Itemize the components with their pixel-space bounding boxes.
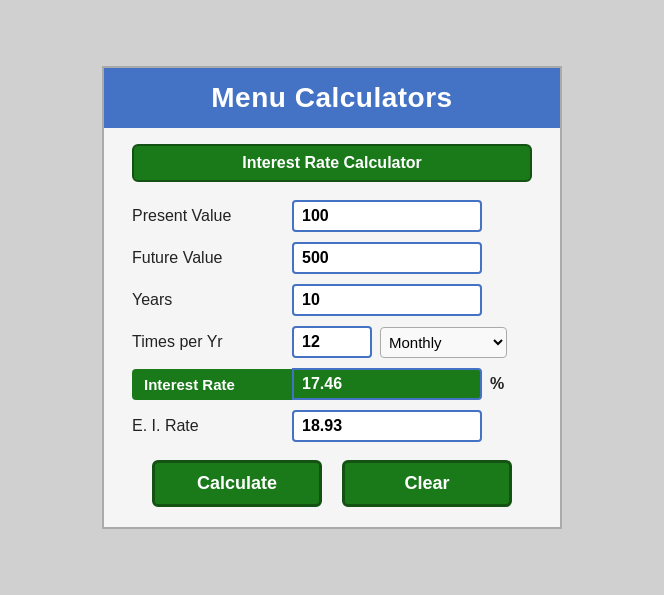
ei-rate-label: E. I. Rate (132, 417, 292, 435)
ei-rate-input[interactable] (292, 410, 482, 442)
years-input[interactable] (292, 284, 482, 316)
present-value-label: Present Value (132, 207, 292, 225)
times-per-yr-input[interactable] (292, 326, 372, 358)
percent-symbol: % (490, 375, 504, 393)
calculator-body: Interest Rate Calculator Present Value F… (104, 128, 560, 527)
present-value-input[interactable] (292, 200, 482, 232)
present-value-row: Present Value (132, 200, 532, 232)
section-header: Interest Rate Calculator (132, 144, 532, 182)
buttons-row: Calculate Clear (132, 460, 532, 507)
future-value-input[interactable] (292, 242, 482, 274)
calculator-container: Menu Calculators Interest Rate Calculato… (102, 66, 562, 529)
interest-rate-label: Interest Rate (132, 369, 292, 400)
calculate-button[interactable]: Calculate (152, 460, 322, 507)
interest-rate-row: Interest Rate % (132, 368, 532, 400)
years-label: Years (132, 291, 292, 309)
times-row-inputs: Daily Weekly Monthly Quarterly Semi-Annu… (292, 326, 507, 358)
header-title: Menu Calculators (114, 82, 550, 114)
times-per-yr-row: Times per Yr Daily Weekly Monthly Quarte… (132, 326, 532, 358)
future-value-label: Future Value (132, 249, 292, 267)
compounding-select[interactable]: Daily Weekly Monthly Quarterly Semi-Annu… (380, 327, 507, 358)
ei-rate-row: E. I. Rate (132, 410, 532, 442)
clear-button[interactable]: Clear (342, 460, 512, 507)
interest-rate-input[interactable] (292, 368, 482, 400)
years-row: Years (132, 284, 532, 316)
times-per-yr-label: Times per Yr (132, 333, 292, 351)
future-value-row: Future Value (132, 242, 532, 274)
header: Menu Calculators (104, 68, 560, 128)
